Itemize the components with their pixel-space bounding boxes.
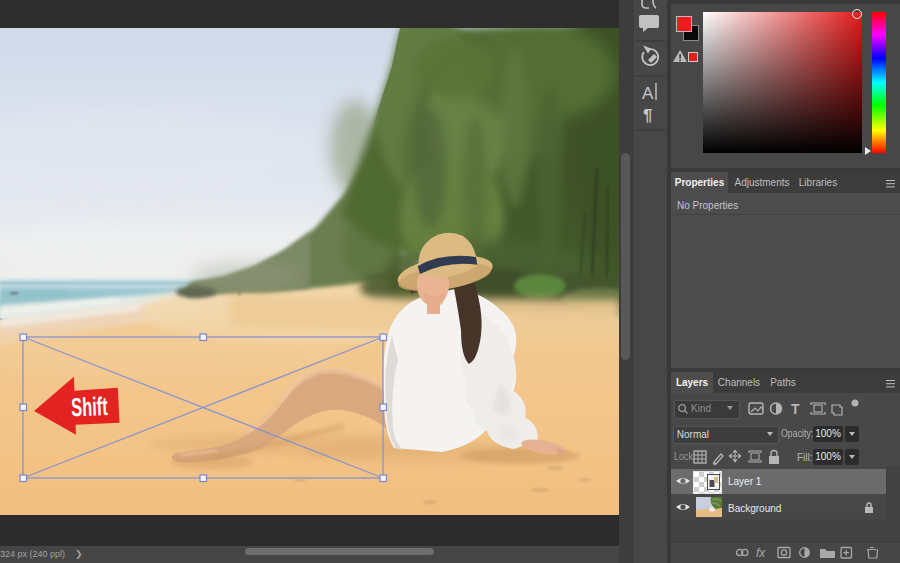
svg-text:T: T bbox=[791, 401, 800, 417]
svg-text:¶: ¶ bbox=[643, 106, 652, 125]
svg-text:A: A bbox=[642, 84, 654, 103]
svg-text:Shift: Shift bbox=[71, 391, 108, 422]
svg-text:fx: fx bbox=[756, 546, 766, 560]
